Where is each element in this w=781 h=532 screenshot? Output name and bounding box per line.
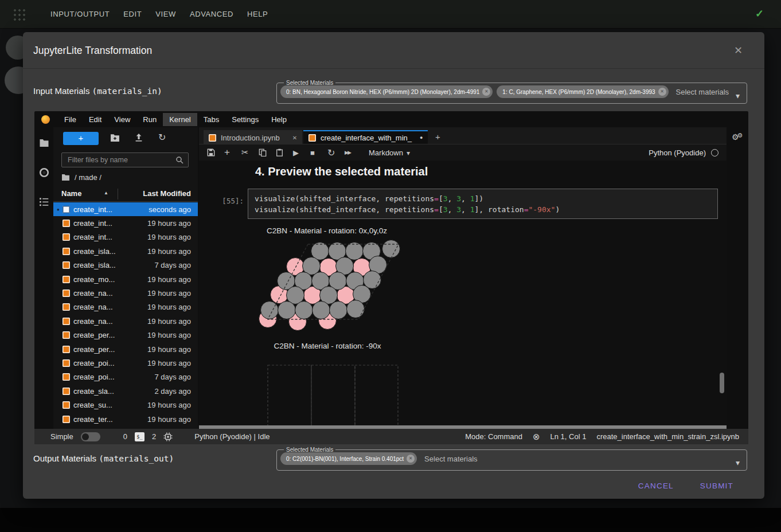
stop-icon[interactable]: ■ xyxy=(310,148,327,157)
cell-type-dropdown[interactable]: Markdown▾ xyxy=(369,148,410,157)
app-menu-item[interactable]: INPUT/OUTPUT xyxy=(50,10,110,18)
app-menu-item[interactable]: VIEW xyxy=(155,10,176,18)
table-of-contents-icon[interactable] xyxy=(39,197,49,206)
cancel-button[interactable]: CANCEL xyxy=(637,478,675,494)
output-materials-select[interactable]: Selected Materials 0: C2(001)-BN(001), I… xyxy=(276,447,747,471)
remove-chip-icon[interactable]: ✕ xyxy=(658,88,666,96)
upload-icon[interactable] xyxy=(134,134,143,142)
vertical-scrollbar-thumb[interactable] xyxy=(720,373,724,393)
terminal-icon[interactable]: $_ xyxy=(135,432,145,441)
jupyterlite-window: FileEditViewRunKernelTabsSettingsHelp + … xyxy=(34,111,748,444)
file-modified: 19 hours ago xyxy=(147,331,191,339)
file-row[interactable]: ●create_int...19 hours ago xyxy=(53,230,198,244)
app-menus: INPUT/OUTPUTEDITVIEWADVANCEDHELP xyxy=(50,10,268,18)
material-chip[interactable]: 0: C2(001)-BN(001), Interface, Strain 0.… xyxy=(280,452,417,465)
close-icon[interactable]: ✕ xyxy=(292,135,297,141)
file-row[interactable]: ●create_mo...19 hours ago xyxy=(53,272,198,286)
unit-cell-outline xyxy=(268,365,311,425)
activity-bar xyxy=(34,127,53,429)
close-icon[interactable]: ✕ xyxy=(734,44,743,57)
jupyter-menu-item[interactable]: Help xyxy=(265,113,293,126)
file-row[interactable]: ●create_per...19 hours ago xyxy=(53,328,198,342)
chevron-down-icon[interactable]: ▾ xyxy=(736,91,740,100)
file-row[interactable]: ●create_na...19 hours ago xyxy=(53,286,198,300)
terminals-count: 0 xyxy=(123,432,127,441)
notifications-icon[interactable]: ⊗ xyxy=(533,432,540,442)
file-name: create_isla... xyxy=(73,247,116,256)
file-name: create_int... xyxy=(73,219,112,228)
input-materials-select[interactable]: Selected Materials 0: BN, Hexagonal Boro… xyxy=(276,80,747,104)
jupyter-menu-item[interactable]: Run xyxy=(136,113,163,126)
file-list-header: Name ▲ Last Modified xyxy=(53,187,198,202)
file-row[interactable]: ●create_poi...7 days ago xyxy=(53,370,198,384)
atom xyxy=(382,240,400,258)
running-sessions-icon[interactable] xyxy=(39,167,49,178)
remove-chip-icon[interactable]: ✕ xyxy=(407,455,415,463)
file-row[interactable]: ●create_poi...19 hours ago xyxy=(53,356,198,370)
cut-icon[interactable]: ✂ xyxy=(241,147,259,158)
atom xyxy=(278,302,296,319)
new-tab-button[interactable]: + xyxy=(429,130,446,144)
unsaved-indicator: ● xyxy=(57,402,63,408)
file-row[interactable]: ●create_isla...19 hours ago xyxy=(53,244,198,258)
column-name[interactable]: Name xyxy=(61,189,81,198)
jupyter-menu-item[interactable]: Tabs xyxy=(197,113,225,126)
run-all-icon[interactable]: ▶▶ xyxy=(345,150,362,155)
simple-mode-toggle[interactable] xyxy=(81,432,100,441)
unsaved-indicator: ● xyxy=(57,361,63,366)
file-filter-box[interactable] xyxy=(61,152,189,167)
new-launcher-button[interactable]: + xyxy=(63,132,99,145)
jupyter-menu-item[interactable]: File xyxy=(58,113,83,126)
copy-icon[interactable] xyxy=(259,148,276,157)
run-icon[interactable]: ▶ xyxy=(293,148,310,157)
file-row[interactable]: ●create_ter...19 hours ago xyxy=(53,412,198,426)
remove-chip-icon[interactable]: ✕ xyxy=(482,88,490,96)
notebook-tab[interactable]: create_interface_with_min_● xyxy=(303,130,428,144)
sort-ascending-icon[interactable]: ▲ xyxy=(104,190,108,195)
code-token: 1 xyxy=(470,194,475,203)
paste-icon[interactable] xyxy=(276,148,293,157)
refresh-icon[interactable]: ↻ xyxy=(158,132,166,143)
file-row[interactable]: ●create_per...19 hours ago xyxy=(53,342,198,356)
jupyter-menu-item[interactable]: Settings xyxy=(225,113,265,126)
app-menu-item[interactable]: ADVANCED xyxy=(190,10,233,18)
file-row[interactable]: ●create_int...seconds ago xyxy=(53,202,198,216)
file-name: create_int... xyxy=(73,233,112,241)
jupyter-menu-item[interactable]: View xyxy=(108,113,136,126)
file-row[interactable]: ●create_na...19 hours ago xyxy=(53,314,198,328)
file-browser-icon[interactable] xyxy=(39,139,49,147)
chevron-down-icon[interactable]: ▾ xyxy=(736,458,740,467)
file-row[interactable]: ●create_isla...7 days ago xyxy=(53,259,198,272)
file-row[interactable]: ●create_sla...2 days ago xyxy=(53,384,198,398)
submit-button[interactable]: SUBMIT xyxy=(699,478,735,494)
kernel-chip-icon[interactable] xyxy=(163,432,173,441)
add-cell-icon[interactable]: + xyxy=(224,147,241,158)
check-icon[interactable]: ✓ xyxy=(755,7,764,20)
notebook-tab[interactable]: Introduction.ipynb✕ xyxy=(204,130,302,144)
material-chip[interactable]: 1: C, Graphene, HEX (P6/mmm) 2D (Monolay… xyxy=(497,85,668,98)
kernel-indicator[interactable]: Python (Pyodide) xyxy=(649,148,718,157)
app-menu-item[interactable]: EDIT xyxy=(123,10,142,18)
file-row[interactable]: ●create_int...19 hours ago xyxy=(53,216,198,230)
atom xyxy=(330,302,347,319)
file-row[interactable]: ●create_na...19 hours ago xyxy=(53,300,198,314)
file-row[interactable]: ●create_su...19 hours ago xyxy=(53,398,198,412)
unsaved-indicator: ● xyxy=(57,221,63,226)
breadcrumb[interactable]: / made / xyxy=(61,173,101,182)
file-filter-input[interactable] xyxy=(67,155,170,165)
jupyter-menu-item[interactable]: Kernel xyxy=(163,113,197,126)
code-cell[interactable]: visualize(shifted_interface, repetitions… xyxy=(248,189,718,219)
column-last-modified[interactable]: Last Modified xyxy=(143,189,191,198)
notebook-file-icon xyxy=(63,248,70,255)
restart-kernel-icon[interactable]: ↻ xyxy=(327,147,345,158)
gears-icon[interactable]: ⚙⚙ xyxy=(732,132,741,142)
new-folder-icon[interactable] xyxy=(110,134,120,142)
material-chip[interactable]: 0: BN, Hexagonal Boron Nitride, HEX (P6/… xyxy=(280,85,493,98)
output-material-chips: 0: C2(001)-BN(001), Interface, Strain 0.… xyxy=(280,452,417,465)
save-icon[interactable] xyxy=(207,148,224,157)
unsaved-indicator: ● xyxy=(57,319,63,324)
code-line: visualize(shifted_interface, repetitions… xyxy=(255,204,717,215)
code-token: "-90x" xyxy=(528,205,555,214)
jupyter-menu-item[interactable]: Edit xyxy=(83,113,108,126)
app-menu-item[interactable]: HELP xyxy=(247,10,268,18)
